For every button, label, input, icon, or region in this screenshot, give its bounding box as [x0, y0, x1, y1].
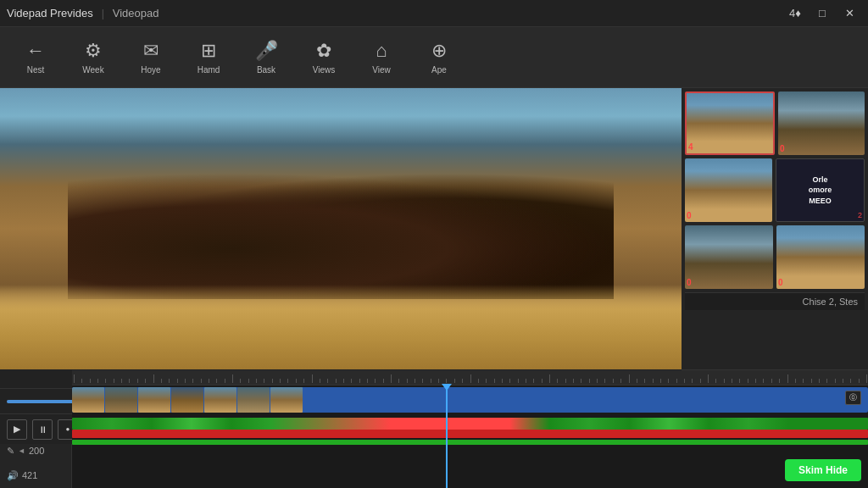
ruler-tick — [209, 379, 209, 383]
ruler-tick — [494, 379, 495, 383]
audio-track-1 — [72, 416, 868, 443]
ruler-tick — [225, 379, 225, 383]
video-strip-2 — [105, 387, 137, 413]
ruler-tick — [803, 379, 804, 383]
toolbar-view-button[interactable]: ⌂ View — [354, 31, 409, 84]
clips-row-1: 4 0 — [685, 92, 865, 155]
win-count-button[interactable]: 4♦ — [783, 4, 807, 23]
nest-icon: ← — [26, 40, 45, 62]
ruler-tick — [121, 379, 122, 383]
ruler-tick — [850, 379, 851, 383]
clip-thumb-6[interactable]: 0 — [776, 225, 865, 289]
ruler-tick — [724, 379, 725, 383]
pause-button[interactable]: ⏸ — [32, 419, 53, 440]
ruler-tick — [169, 379, 170, 383]
video-preview[interactable] — [0, 88, 682, 369]
ruler-tick — [478, 379, 479, 383]
ruler-tick — [422, 379, 423, 383]
timeline-ruler — [72, 370, 868, 385]
ruler-tick — [192, 379, 193, 383]
toolbar-ape-button[interactable]: ⊕ Ape — [412, 31, 466, 84]
ruler-tick — [526, 379, 526, 383]
clip-thumb-2[interactable]: 0 — [778, 92, 865, 155]
audio-track-green2 — [72, 440, 868, 445]
ruler-marks — [74, 370, 866, 383]
ruler-tick — [367, 379, 368, 383]
skim-hide-button[interactable]: Skim Hide — [785, 459, 861, 481]
ruler-tick — [153, 374, 154, 383]
main-area: ⤴ 📷 ≡ ⚙ 1:56 0:30 by ▶ ⏸ ● ⊞ ⏩ 000 0.5x … — [0, 88, 868, 369]
ruler-tick — [859, 379, 860, 383]
ruler-tick — [438, 379, 439, 383]
ruler-tick — [327, 379, 328, 383]
playhead[interactable] — [446, 385, 448, 488]
clip-thumb-1[interactable]: 4 — [685, 92, 775, 155]
volume-indicator: ⓪ — [845, 391, 861, 405]
video-track-content[interactable]: ⓪ — [72, 387, 868, 413]
video-strip-7 — [270, 387, 303, 413]
speaker-track-icon: 🔊 — [7, 470, 19, 481]
hamd-label: Hamd — [198, 65, 220, 75]
ruler-tick — [74, 374, 75, 383]
ruler-tick — [336, 379, 337, 383]
grid-icon: ⊞ — [201, 40, 216, 62]
toolbar-nest-button[interactable]: ← Nest — [8, 31, 63, 84]
ruler-tick — [446, 379, 447, 383]
timeline-content: ⓪ Skim Hide — [72, 370, 868, 488]
ruler-tick — [755, 379, 756, 383]
views-icon: ✿ — [316, 40, 331, 62]
ruler-tick — [866, 374, 867, 383]
toolbar-bask-button[interactable]: 🎤 Bask — [239, 31, 293, 84]
ruler-tick — [145, 379, 146, 383]
clip-thumb-4[interactable]: OrleomoreMEEO 2 — [776, 158, 865, 222]
play-button[interactable]: ▶ — [7, 419, 27, 440]
ruler-tick — [287, 379, 288, 383]
video-content — [68, 173, 613, 299]
track-label-audio2: 🔊 421 — [7, 470, 64, 481]
video-strip-3 — [138, 387, 170, 413]
clip-4-text: OrleomoreMEEO — [809, 175, 832, 207]
ruler-tick — [383, 379, 384, 383]
ape-label: Ape — [431, 65, 447, 75]
ruler-tick — [708, 374, 709, 383]
ruler-tick — [826, 379, 827, 383]
home-icon: ⌂ — [376, 40, 387, 62]
ruler-tick — [509, 379, 510, 383]
ruler-tick — [398, 379, 399, 383]
ruler-tick — [763, 379, 764, 383]
ruler-tick — [653, 379, 654, 383]
ruler-tick — [502, 379, 503, 383]
toolbar-hoye-button[interactable]: ✉ Hoye — [124, 31, 178, 84]
ruler-tick — [81, 379, 82, 383]
ruler-tick — [620, 379, 621, 383]
close-button[interactable]: ✕ — [837, 4, 861, 23]
clip-thumb-3[interactable]: 0 — [685, 158, 772, 222]
ruler-tick — [137, 379, 138, 383]
toolbar-week-button[interactable]: ⚙ Week — [66, 31, 120, 84]
clip-thumb-5[interactable]: 0 — [685, 225, 773, 289]
view-label: View — [372, 65, 391, 75]
ruler-tick — [629, 374, 630, 383]
ruler-tick — [811, 379, 812, 383]
toolbar-hamd-button[interactable]: ⊞ Hamd — [181, 31, 236, 84]
video-strip-6 — [237, 387, 270, 413]
track-audio2-value: 421 — [22, 470, 37, 480]
ruler-tick — [375, 379, 376, 383]
ruler-tick — [739, 379, 740, 383]
clips-row-2: 0 OrleomoreMEEO 2 — [685, 158, 865, 222]
maximize-button[interactable]: □ — [810, 4, 834, 23]
tab-name: Videopad — [113, 7, 159, 19]
toolbar-views-button[interactable]: ✿ Views — [297, 31, 351, 84]
ruler-tick — [589, 379, 590, 383]
ruler-tick — [97, 379, 98, 383]
ruler-tick — [787, 374, 788, 383]
audio-waveform[interactable] — [72, 418, 868, 430]
ruler-tick — [557, 379, 558, 383]
ruler-tick — [256, 379, 257, 383]
ruler-tick — [359, 379, 360, 383]
week-label: Week — [82, 65, 103, 75]
timeline-tracks: ⓪ — [72, 385, 868, 488]
ruler-tick — [407, 379, 408, 383]
ruler-tick — [240, 379, 241, 383]
hoye-label: Hoye — [141, 65, 160, 75]
